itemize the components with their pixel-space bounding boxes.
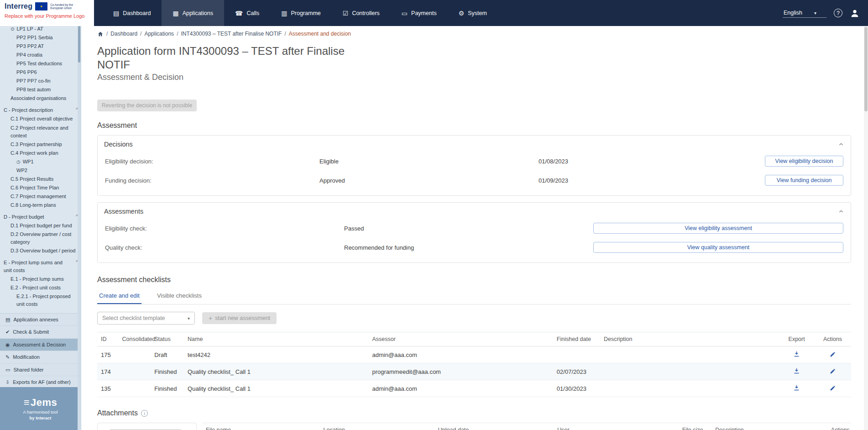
sidebar-item[interactable]: C.7 Project management bbox=[0, 192, 81, 201]
assessments-card: Assessments Eligibility check: Passed Vi… bbox=[97, 202, 851, 263]
home-icon[interactable] bbox=[97, 31, 104, 37]
checklist-status: Finished bbox=[151, 380, 184, 397]
sidebar-item[interactable]: PP5 Test deductions bbox=[0, 59, 81, 68]
sidebar-item-label: C.7 Project management bbox=[10, 193, 66, 200]
sidebar-item[interactable]: PP7 PP7 co-fin bbox=[0, 77, 81, 85]
topnav-item[interactable]: ▭ Payments bbox=[391, 0, 448, 26]
page-title: Application form INT4300093 – TEST after… bbox=[97, 44, 371, 72]
checklist-assessor: admin@aaa.com bbox=[368, 346, 553, 363]
download-icon[interactable] bbox=[793, 367, 800, 374]
sidebar-item[interactable]: PP3 PP2 AT bbox=[0, 42, 81, 51]
help-icon[interactable]: ? bbox=[834, 9, 842, 17]
sidebar-item[interactable]: ◷ WP1 bbox=[0, 157, 81, 166]
decision-label: Eligibility decision: bbox=[105, 158, 319, 165]
view-decision-button[interactable]: View funding decision bbox=[765, 175, 843, 186]
assessment-value: Passed bbox=[344, 225, 593, 232]
checklists-tab[interactable]: Visible checklists bbox=[155, 289, 204, 304]
sidebar-item[interactable]: C.4 Project work plan bbox=[0, 149, 81, 157]
controllers-icon: ☑ bbox=[343, 10, 349, 16]
checklist-finished-date: 02/07/2023 bbox=[553, 363, 600, 380]
sidebar-item[interactable]: D.1 Project budget per fund bbox=[0, 221, 81, 230]
sidebar-item[interactable]: E.2 - Project unit costs bbox=[0, 283, 81, 292]
topnav-label: Programme bbox=[291, 10, 321, 16]
edit-icon[interactable] bbox=[830, 368, 836, 374]
collapse-chevron-icon[interactable] bbox=[838, 208, 844, 215]
edit-icon[interactable] bbox=[830, 385, 836, 391]
sidebar-item-label: C.4 Project work plan bbox=[10, 149, 58, 157]
topnav-item[interactable]: ⚙ System bbox=[448, 0, 498, 26]
view-assessment-button[interactable]: View quality assessment bbox=[593, 242, 843, 253]
sidebar-item[interactable]: PP8 test autom bbox=[0, 85, 81, 94]
account-icon[interactable] bbox=[850, 8, 860, 18]
attachments-table: File name Location Upload date User File… bbox=[202, 423, 851, 430]
sidebar-item[interactable]: D - Project budget bbox=[0, 213, 81, 221]
sidebar-item[interactable]: D.2 Overview partner / cost category bbox=[0, 230, 81, 246]
breadcrumb-item[interactable]: Applications bbox=[144, 31, 174, 37]
sidebar-item[interactable]: Associated organisations bbox=[0, 94, 81, 103]
sidebar-tool-item[interactable]: ◉ Assessment & Decision bbox=[0, 339, 81, 351]
sidebar-item[interactable]: E.1 - Project lump sums bbox=[0, 275, 81, 283]
topnav-item[interactable]: ▦ Applications bbox=[162, 0, 224, 26]
sidebar-tool-item[interactable]: ✔ Check & Submit bbox=[0, 326, 81, 339]
checklists-tab[interactable]: Create and edit bbox=[97, 289, 141, 304]
col-consolidated: Consolidated bbox=[119, 332, 151, 346]
edit-icon[interactable] bbox=[830, 351, 836, 357]
sidebar-item[interactable]: C.1 Project overall objective bbox=[0, 115, 81, 123]
sidebar-item[interactable]: C.5 Project Results bbox=[0, 175, 81, 184]
sidebar-item[interactable]: C.3 Project partnership bbox=[0, 140, 81, 149]
chevron-down-icon: ▾ bbox=[188, 316, 190, 321]
sidebar-tool-item[interactable]: ▭ Shared folder bbox=[0, 364, 81, 377]
sidebar-item[interactable]: WP2 bbox=[0, 166, 81, 175]
programme-icon: ▥ bbox=[281, 10, 287, 16]
sidebar-item[interactable]: E - Project lump sums and unit costs bbox=[0, 258, 81, 275]
sidebar-tool-item[interactable]: ▤ Application annexes bbox=[0, 314, 81, 326]
main-scrollbar[interactable] bbox=[864, 26, 868, 430]
col-actions: Actions bbox=[814, 332, 851, 346]
sidebar-item[interactable]: PP2 PP1 Serbia bbox=[0, 33, 81, 42]
view-assessment-button[interactable]: View eligibility assessment bbox=[593, 223, 843, 234]
sidebar-item[interactable]: C - Project description bbox=[0, 106, 81, 115]
col-upload-date: Upload date bbox=[434, 423, 554, 430]
decision-row: Funding decision: Approved 01/09/2023 Vi… bbox=[104, 171, 844, 190]
decision-row: Eligibility decision: Eligible 01/08/202… bbox=[104, 152, 844, 171]
sidebar-item[interactable]: ⊙ LP1 LP - AT bbox=[0, 26, 81, 33]
topbar-right: English ▾ ? bbox=[783, 0, 868, 26]
sidebar-scrollbar[interactable] bbox=[78, 26, 81, 430]
sidebar-item[interactable]: C.2 Project relevance and context bbox=[0, 124, 81, 140]
sidebar-scrollbar-thumb[interactable] bbox=[78, 26, 80, 63]
breadcrumb-item[interactable]: Assessment and decision bbox=[289, 31, 351, 37]
topnav-item[interactable]: ☎ Calls bbox=[224, 0, 270, 26]
language-select[interactable]: English ▾ bbox=[783, 8, 826, 18]
checklist-template-select[interactable]: Select checklist template ▾ bbox=[97, 312, 195, 325]
breadcrumb-item[interactable]: INT4300093 – TEST after Finalise NOTIF bbox=[181, 31, 282, 37]
revert-decision-button[interactable]: Reverting the decision is not possible bbox=[97, 100, 197, 111]
start-new-assessment-button[interactable]: + start new assessment bbox=[202, 312, 277, 324]
sidebar-item[interactable]: PP6 PP6 bbox=[0, 68, 81, 77]
download-icon[interactable] bbox=[793, 384, 800, 391]
assessment-value: Recommended for funding bbox=[344, 244, 593, 251]
main-scrollbar-thumb[interactable] bbox=[864, 27, 868, 111]
sidebar-item[interactable]: C.6 Project Time Plan bbox=[0, 184, 81, 192]
download-icon[interactable] bbox=[793, 351, 800, 357]
attachments-category-panel: Assessment attachments bbox=[97, 423, 197, 430]
collapse-chevron-icon[interactable] bbox=[838, 141, 844, 147]
jems-tagline-2: by Interact bbox=[29, 415, 51, 420]
topnav-item[interactable]: ▤ Dashboard bbox=[102, 0, 162, 26]
sidebar-item-label: E.1 - Project lump sums bbox=[10, 275, 64, 283]
breadcrumb-item[interactable]: Dashboard bbox=[110, 31, 137, 37]
sidebar-item-label: C.6 Project Time Plan bbox=[10, 184, 59, 192]
sidebar-tool-item[interactable]: ✎ Modification bbox=[0, 351, 81, 364]
view-decision-button[interactable]: View eligibility decision bbox=[765, 156, 843, 167]
sidebar-item[interactable]: D.3 Overview budget / period bbox=[0, 246, 81, 255]
eye-icon: ◉ bbox=[5, 341, 10, 349]
sidebar-item[interactable]: PP4 croatia bbox=[0, 51, 81, 59]
sidebar-item[interactable]: E.2.1 - Project proposed unit costs bbox=[0, 292, 81, 309]
checklist-status: Finished bbox=[151, 363, 184, 380]
sidebar-item[interactable]: C.8 Long-term plans bbox=[0, 201, 81, 210]
top-nav: ▤ Dashboard ▦ Applications ☎ Calls ▥ Pro… bbox=[102, 0, 498, 26]
top-bar: Interreg ✶ Co-funded by the European Uni… bbox=[0, 0, 868, 26]
jems-tagline-1: A harmonised tool bbox=[23, 409, 58, 414]
info-icon[interactable]: i bbox=[141, 410, 148, 417]
topnav-item[interactable]: ▥ Programme bbox=[270, 0, 332, 26]
topnav-item[interactable]: ☑ Controllers bbox=[332, 0, 391, 26]
